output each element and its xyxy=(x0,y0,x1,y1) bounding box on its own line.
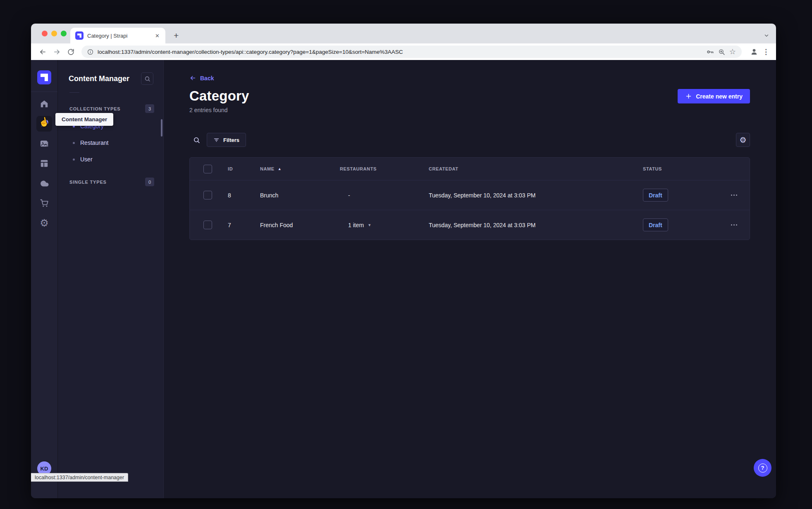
browser-window: Category | Strapi ✕ + localhost:1337/adm… xyxy=(31,24,776,498)
cell-createdat: Tuesday, September 10, 2024 at 3:03 PM xyxy=(429,192,643,199)
browser-tab[interactable]: Category | Strapi ✕ xyxy=(70,28,165,43)
row-checkbox[interactable] xyxy=(203,191,212,199)
new-tab-button[interactable]: + xyxy=(171,31,181,40)
table-row[interactable]: 8 Brunch - Tuesday, September 10, 2024 a… xyxy=(190,180,750,210)
cell-name: French Food xyxy=(260,222,340,228)
url-text[interactable]: localhost:1337/admin/content-manager/col… xyxy=(98,49,702,55)
link-status-bubble: localhost:1337/admin/content-manager xyxy=(31,473,128,482)
entries-table: ID NAME ▲ RESTAURANTS CREATEDAT STATUS 8… xyxy=(189,157,750,240)
status-badge: Draft xyxy=(643,189,668,202)
nav-cloud-icon[interactable] xyxy=(36,175,52,191)
browser-menu-icon[interactable]: ⋮ xyxy=(762,48,769,56)
nav-media-library-icon[interactable] xyxy=(36,136,52,151)
strapi-favicon-icon xyxy=(75,31,84,40)
password-key-icon[interactable] xyxy=(706,48,714,56)
forward-nav-icon[interactable] xyxy=(51,46,62,58)
browser-toolbar: localhost:1337/admin/content-manager/col… xyxy=(31,43,776,60)
rail-divider xyxy=(31,91,57,92)
cell-restaurants: - xyxy=(340,192,429,199)
expand-caret-icon: ▼ xyxy=(368,223,371,227)
tab-close-icon[interactable]: ✕ xyxy=(153,32,161,40)
status-badge: Draft xyxy=(643,218,668,231)
subnav-item-user[interactable]: User xyxy=(58,151,163,168)
strapi-logo xyxy=(37,70,51,84)
strapi-admin: ⚙ KD Content Manager COLLECTION TYPES 3 … xyxy=(31,60,776,498)
bullet-icon xyxy=(73,142,75,144)
create-new-entry-button[interactable]: Create new entry xyxy=(678,89,750,103)
row-actions-menu-icon[interactable] xyxy=(719,194,750,196)
filter-bar: Filters ⚙ xyxy=(189,133,750,147)
table-row[interactable]: 7 French Food 1 item ▼ Tuesday, Septembe… xyxy=(190,210,750,240)
back-nav-icon[interactable] xyxy=(37,46,48,58)
gear-icon: ⚙ xyxy=(739,136,746,144)
tab-strip: Category | Strapi ✕ + xyxy=(31,24,776,43)
col-restaurants[interactable]: RESTAURANTS xyxy=(340,166,429,171)
collection-types-count-badge: 3 xyxy=(145,104,154,113)
question-icon: ? xyxy=(758,463,767,473)
cell-name: Brunch xyxy=(260,192,340,199)
tab-search-chevron-icon[interactable] xyxy=(764,33,769,38)
tab-title: Category | Strapi xyxy=(87,33,150,39)
collection-types-label: COLLECTION TYPES xyxy=(69,106,120,111)
subnav-title: Content Manager xyxy=(69,74,129,83)
zoom-magnifier-icon[interactable] xyxy=(718,48,725,55)
window-close-button[interactable] xyxy=(42,31,48,36)
content-manager-tooltip: Content Manager xyxy=(55,113,113,126)
subnav-item-restaurant[interactable]: Restaurant xyxy=(58,134,163,151)
entries-count: 2 entries found xyxy=(189,107,750,113)
table-search-icon[interactable] xyxy=(189,133,203,147)
profile-avatar-icon[interactable] xyxy=(750,48,758,56)
row-actions-menu-icon[interactable] xyxy=(719,224,750,226)
bullet-icon xyxy=(73,158,75,161)
subnav-search-button[interactable] xyxy=(141,72,153,85)
single-types-count-badge: 0 xyxy=(145,178,154,186)
reload-icon[interactable] xyxy=(65,46,76,58)
cell-createdat: Tuesday, September 10, 2024 at 3:03 PM xyxy=(429,222,643,228)
col-status[interactable]: STATUS xyxy=(643,166,719,171)
row-checkbox[interactable] xyxy=(203,221,212,229)
select-all-checkbox[interactable] xyxy=(203,165,212,173)
nav-content-type-builder-icon[interactable] xyxy=(36,156,52,171)
nav-settings-icon[interactable]: ⚙ xyxy=(36,215,52,231)
filters-button[interactable]: Filters xyxy=(207,133,246,147)
col-id[interactable]: ID xyxy=(228,166,260,171)
sort-ascending-icon: ▲ xyxy=(278,167,282,171)
url-bar[interactable]: localhost:1337/admin/content-manager/col… xyxy=(81,46,742,58)
back-label: Back xyxy=(200,75,214,82)
table-header-row: ID NAME ▲ RESTAURANTS CREATEDAT STATUS xyxy=(190,158,750,180)
nav-marketplace-icon[interactable] xyxy=(36,195,52,211)
nav-home-icon[interactable] xyxy=(36,96,52,112)
col-createdat[interactable]: CREATEDAT xyxy=(429,166,643,171)
site-info-icon[interactable] xyxy=(87,49,93,55)
single-types-label: SINGLE TYPES xyxy=(69,180,107,185)
traffic-lights xyxy=(42,31,67,36)
main-content: Back Category 2 entries found Create new… xyxy=(164,60,776,498)
subnav-scrollbar[interactable] xyxy=(161,119,162,137)
back-link[interactable]: Back xyxy=(189,74,214,82)
cell-id: 7 xyxy=(228,222,260,228)
bookmark-star-icon[interactable]: ☆ xyxy=(729,48,736,55)
col-name[interactable]: NAME ▲ xyxy=(260,166,340,171)
page-title: Category xyxy=(189,88,750,104)
cell-id: 8 xyxy=(228,192,260,199)
help-button[interactable]: ? xyxy=(754,459,771,477)
view-settings-button[interactable]: ⚙ xyxy=(736,133,750,147)
window-minimize-button[interactable] xyxy=(51,31,57,36)
cell-restaurants[interactable]: 1 item ▼ xyxy=(340,222,429,228)
window-zoom-button[interactable] xyxy=(61,31,67,36)
